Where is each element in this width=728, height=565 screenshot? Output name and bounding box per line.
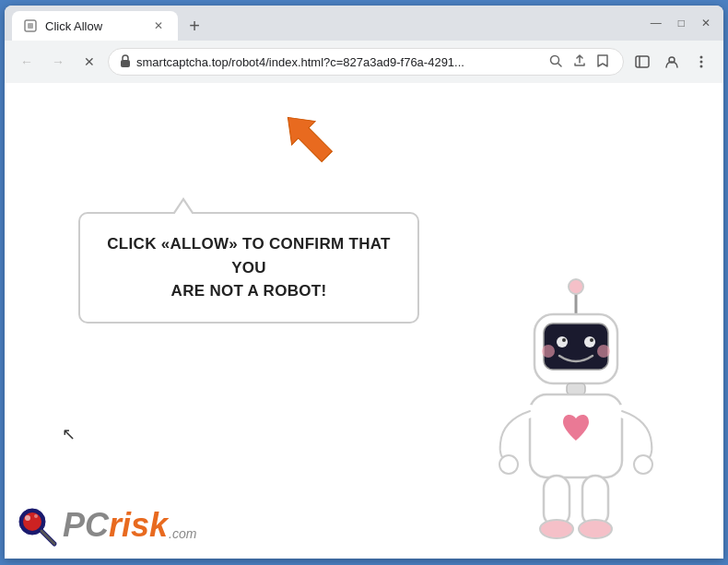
svg-point-22 [542, 345, 555, 358]
svg-point-35 [34, 514, 38, 518]
svg-rect-24 [567, 383, 585, 394]
title-bar: Click Allow ✕ + — □ ✕ [5, 6, 723, 41]
maximize-button[interactable]: □ [673, 13, 690, 33]
svg-point-19 [584, 336, 595, 347]
nav-bar: ← → ✕ smartcaptcha.top/robot4/index.html… [5, 41, 723, 83]
svg-point-18 [557, 336, 568, 347]
tab-close-button[interactable]: ✕ [150, 18, 167, 34]
svg-line-37 [41, 531, 54, 544]
svg-point-23 [597, 345, 610, 358]
pcrisk-pc: PC [63, 506, 109, 545]
bubble-text: CLICK «ALLOW» TO CONFIRM THAT YOU ARE NO… [102, 232, 395, 303]
page-content: CLICK «ALLOW» TO CONFIRM THAT YOU ARE NO… [5, 83, 723, 559]
svg-rect-2 [121, 60, 130, 67]
forward-button[interactable]: → [45, 49, 71, 75]
reload-button[interactable]: ✕ [76, 49, 102, 75]
svg-point-31 [579, 520, 612, 538]
svg-line-4 [558, 63, 562, 66]
toolbar-icons [629, 49, 714, 75]
back-button[interactable]: ← [14, 49, 40, 75]
svg-point-20 [562, 338, 566, 342]
svg-point-29 [540, 520, 573, 538]
svg-rect-5 [636, 56, 649, 67]
svg-rect-30 [582, 476, 608, 526]
svg-rect-28 [544, 476, 569, 526]
svg-point-13 [569, 279, 583, 294]
address-bar[interactable]: smartcaptcha.top/robot4/index.html?c=827… [108, 48, 624, 76]
mouse-cursor: ↖ [62, 424, 76, 444]
search-icon[interactable] [546, 53, 566, 72]
tab-title: Click Allow [45, 19, 143, 33]
new-tab-button[interactable]: + [182, 13, 207, 39]
close-button[interactable]: ✕ [696, 13, 716, 33]
pcrisk-text: PC risk .com [63, 506, 196, 545]
svg-point-10 [700, 65, 703, 68]
svg-marker-11 [276, 106, 339, 169]
robot-character [484, 264, 668, 549]
svg-point-27 [634, 455, 652, 474]
svg-rect-15 [544, 324, 608, 370]
profile-icon[interactable] [659, 49, 685, 75]
svg-point-9 [700, 61, 703, 64]
sidebar-icon[interactable] [629, 49, 655, 75]
svg-point-26 [499, 455, 518, 474]
minimize-button[interactable]: — [645, 13, 667, 33]
svg-point-21 [590, 338, 593, 342]
pcrisk-risk: risk [109, 506, 168, 545]
pcrisk-icon [14, 503, 58, 547]
window-controls: — □ ✕ [645, 13, 716, 33]
svg-rect-1 [28, 23, 33, 29]
svg-point-33 [23, 512, 41, 531]
svg-point-34 [25, 515, 30, 521]
url-text: smartcaptcha.top/robot4/index.html?c=827… [136, 55, 540, 69]
menu-icon[interactable] [688, 49, 714, 75]
speech-bubble: CLICK «ALLOW» TO CONFIRM THAT YOU ARE NO… [78, 212, 419, 324]
pcrisk-com: .com [169, 526, 196, 541]
pcrisk-logo: PC risk .com [14, 503, 196, 547]
address-icons [546, 53, 612, 72]
lock-icon [120, 54, 131, 70]
svg-point-8 [700, 56, 703, 59]
tabs-area: Click Allow ✕ + [12, 6, 645, 41]
bookmark-icon[interactable] [593, 53, 612, 72]
tab-favicon [23, 18, 38, 33]
browser-tab[interactable]: Click Allow ✕ [12, 11, 178, 41]
share-icon[interactable] [569, 53, 590, 72]
